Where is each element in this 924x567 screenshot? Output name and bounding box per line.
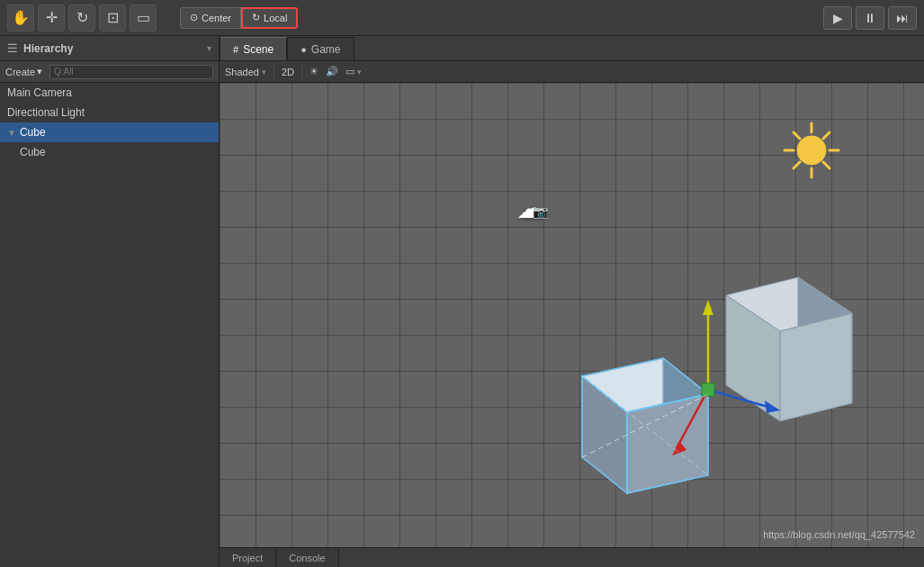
svg-line-5 — [794, 132, 800, 139]
effects-icon: ▭ — [345, 66, 354, 77]
svg-line-6 — [823, 162, 830, 168]
hierarchy-menu-arrow[interactable]: ▾ — [207, 43, 211, 53]
cube-parent-label: Cube — [20, 126, 46, 139]
local-button[interactable]: ↻ Local — [241, 7, 298, 29]
tab-project[interactable]: Project — [220, 548, 276, 568]
tab-game[interactable]: ● Game — [287, 37, 354, 60]
center-label: Center — [202, 13, 231, 23]
center-icon: ⊙ — [190, 12, 198, 23]
center-button[interactable]: ⊙ Center — [180, 7, 241, 29]
main-area: ☰ Hierarchy ▾ Create ▾ Main Camera Direc… — [0, 36, 924, 567]
view-tabs: # Scene ● Game — [220, 36, 924, 61]
hierarchy-search[interactable] — [49, 65, 213, 79]
create-button[interactable]: Create ▾ — [5, 66, 42, 77]
camera-sub-icon: 📷 — [533, 204, 548, 219]
lighting-toggle[interactable]: ☀ — [309, 66, 318, 77]
hierarchy-icon: ☰ — [7, 41, 18, 55]
hierarchy-header: ☰ Hierarchy ▾ — [0, 36, 219, 61]
2d-toggle[interactable]: 2D — [282, 67, 294, 77]
2d-label: 2D — [282, 67, 294, 77]
tab-console[interactable]: Console — [276, 548, 338, 568]
pause-button[interactable]: ⏸ — [856, 6, 884, 30]
watermark: https://blog.csdn.net/qq_42577542 — [763, 529, 915, 540]
scene-tab-label: Scene — [243, 43, 274, 56]
console-tab-label: Console — [289, 553, 325, 563]
shading-dropdown-arrow: ▾ — [262, 68, 266, 76]
3d-cubes — [528, 259, 870, 511]
move-tool[interactable]: ✛ — [38, 4, 65, 32]
hierarchy-panel: ☰ Hierarchy ▾ Create ▾ Main Camera Direc… — [0, 36, 220, 567]
cube-parent-expand: ▼ — [7, 128, 16, 138]
shading-mode[interactable]: Shaded ▾ — [225, 67, 266, 77]
rect-tool[interactable]: ▭ — [130, 4, 157, 32]
sidebar-item-cube-parent[interactable]: ▼ Cube — [0, 122, 219, 142]
play-controls: ▶ ⏸ ⏭ — [823, 6, 917, 30]
play-button[interactable]: ▶ — [823, 6, 852, 30]
toolbar-divider-2 — [301, 65, 302, 79]
cube-child-label: Cube — [20, 146, 46, 158]
sidebar-item-cube-child[interactable]: Cube — [0, 142, 219, 162]
game-tab-icon: ● — [301, 44, 307, 55]
svg-line-8 — [794, 162, 800, 168]
svg-rect-26 — [702, 383, 714, 396]
create-arrow: ▾ — [37, 66, 42, 77]
pivot-group: ⊙ Center ↻ Local — [180, 7, 298, 29]
game-tab-label: Game — [311, 43, 341, 56]
local-label: Local — [264, 13, 287, 23]
lighting-icon: ☀ — [309, 66, 318, 77]
directional-light-label: Directional Light — [7, 106, 85, 119]
sidebar-item-directional-light[interactable]: Directional Light — [0, 103, 219, 122]
create-label: Create — [5, 67, 35, 77]
step-button[interactable]: ⏭ — [888, 6, 917, 30]
rotate-tool[interactable]: ↻ — [68, 4, 95, 32]
scene-viewport[interactable]: ☁ 📷 — [220, 83, 924, 547]
svg-point-0 — [797, 136, 826, 165]
scene-toolbar: Shaded ▾ 2D ☀ 🔊 ▭ ▾ — [220, 61, 924, 83]
scale-tool[interactable]: ⊡ — [99, 4, 126, 32]
effects-toggle[interactable]: ▭ ▾ — [345, 66, 362, 77]
tab-scene[interactable]: # Scene — [220, 37, 287, 60]
main-camera-label: Main Camera — [7, 86, 72, 99]
scene-tab-icon: # — [233, 44, 238, 55]
effects-dropdown: ▾ — [357, 68, 362, 76]
svg-marker-12 — [780, 313, 852, 421]
svg-marker-21 — [703, 300, 713, 315]
shading-label: Shaded — [225, 67, 259, 77]
local-icon: ↻ — [252, 12, 260, 23]
project-tab-label: Project — [232, 553, 263, 563]
sidebar-item-main-camera[interactable]: Main Camera — [0, 83, 219, 103]
hierarchy-toolbar: Create ▾ — [0, 61, 219, 83]
main-toolbar: ✋ ✛ ↻ ⊡ ▭ ⊙ Center ↻ Local ▶ ⏸ ⏭ — [0, 0, 924, 36]
toolbar-divider-1 — [274, 65, 274, 79]
hand-tool[interactable]: ✋ — [7, 4, 34, 32]
bottom-tabs: Project Console — [220, 547, 924, 567]
hierarchy-title: Hierarchy — [23, 42, 73, 55]
audio-icon: 🔊 — [326, 66, 338, 77]
scene-area: # Scene ● Game Shaded ▾ 2D ☀ 🔊 — [220, 36, 924, 567]
audio-toggle[interactable]: 🔊 — [326, 66, 338, 77]
svg-line-7 — [823, 132, 830, 139]
sun-icon — [780, 119, 843, 182]
